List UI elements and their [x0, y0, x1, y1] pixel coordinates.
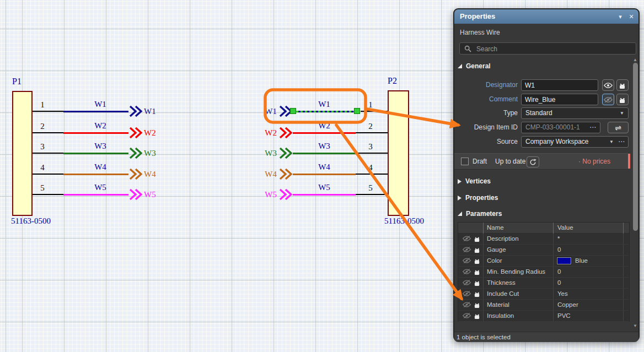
lock-icon[interactable] [474, 301, 480, 308]
visibility-off-icon[interactable] [463, 312, 471, 319]
designator-lock-button[interactable] [616, 79, 629, 91]
lock-icon[interactable] [474, 257, 480, 264]
visibility-off-icon[interactable] [463, 268, 471, 275]
wire-net-label[interactable]: W1 [86, 100, 115, 109]
wire-net-label[interactable]: W5 [310, 183, 339, 192]
harness-entry-chevron-icon[interactable] [128, 188, 143, 203]
panel-header[interactable]: Properties ▾ ✕ [454, 9, 638, 24]
search-input[interactable] [475, 44, 632, 55]
wire-segment[interactable] [33, 111, 63, 112]
harness-entry-label[interactable]: W5 [144, 189, 156, 200]
comment-lock-button[interactable] [616, 94, 629, 105]
parameter-row[interactable]: Include CutYes [458, 289, 629, 300]
wire-net-label[interactable]: W5 [86, 183, 115, 192]
lock-icon[interactable] [474, 279, 480, 286]
wire-segment[interactable] [356, 153, 388, 154]
designator-visibility-button[interactable] [602, 79, 614, 91]
visibility-off-icon[interactable] [463, 235, 471, 242]
wire-net-label[interactable]: W1 [310, 100, 339, 109]
harness-entry-label[interactable]: W5 [258, 189, 277, 200]
harness-entry-chevron-icon[interactable] [278, 168, 293, 182]
connector-box[interactable] [388, 90, 409, 216]
color-swatch[interactable] [557, 257, 571, 264]
wire-segment[interactable] [63, 194, 128, 196]
parameter-row[interactable]: Description* [458, 234, 629, 245]
wire-segment[interactable] [33, 174, 63, 175]
comment-visibility-button[interactable] [602, 94, 614, 105]
wire-net-label[interactable]: W3 [86, 142, 115, 151]
wire-segment[interactable] [63, 153, 128, 154]
more-icon[interactable]: ⋯ [618, 137, 625, 147]
parameter-row[interactable]: ColorBlue [458, 256, 629, 267]
parameter-row[interactable]: MaterialCopper [458, 300, 629, 311]
visibility-off-icon[interactable] [463, 257, 471, 264]
lock-icon[interactable] [474, 246, 480, 253]
column-header-value[interactable]: Value [557, 223, 573, 233]
draft-checkbox[interactable] [461, 158, 469, 165]
parameter-row[interactable]: InsulationPVC [458, 311, 629, 322]
scrollbar-thumb[interactable] [633, 63, 638, 231]
connector-part-number[interactable]: 51163-0500 [11, 216, 51, 226]
harness-entry-label[interactable]: W3 [258, 148, 277, 159]
wire-net-label[interactable]: W4 [310, 163, 339, 172]
wire-segment[interactable] [356, 174, 388, 175]
harness-entry-label[interactable]: W1 [144, 106, 156, 117]
harness-entry-chevron-icon[interactable] [278, 147, 293, 161]
wire-segment[interactable] [33, 153, 63, 154]
lock-icon[interactable] [474, 312, 480, 319]
harness-entry-label[interactable]: W3 [144, 148, 156, 159]
wire-segment[interactable] [356, 194, 388, 195]
wire-segment[interactable] [63, 111, 128, 112]
more-icon[interactable]: ⋯ [589, 122, 597, 133]
wire-segment[interactable] [293, 153, 356, 154]
wire-segment[interactable] [33, 132, 63, 133]
wire-segment[interactable] [293, 132, 356, 134]
wire-segment[interactable] [361, 111, 388, 112]
parameter-row[interactable]: Thickness0 [458, 278, 629, 289]
section-parameters[interactable]: Parameters [458, 210, 502, 218]
search-box[interactable] [459, 42, 636, 55]
visibility-off-icon[interactable] [463, 301, 471, 308]
connector-part-number[interactable]: 51163-0500 [384, 216, 424, 226]
wire-net-label[interactable]: W3 [310, 142, 339, 151]
connector-box[interactable] [12, 91, 33, 216]
parameter-row[interactable]: Gauge0 [458, 245, 629, 256]
wire-segment[interactable] [293, 194, 356, 196]
wire-net-label[interactable]: W2 [310, 121, 339, 131]
harness-entry-chevron-icon[interactable] [128, 147, 143, 161]
harness-entry-chevron-icon[interactable] [128, 105, 143, 120]
visibility-off-icon[interactable] [463, 246, 471, 253]
close-icon[interactable]: ✕ [626, 9, 636, 24]
harness-entry-chevron-icon[interactable] [128, 168, 143, 182]
wire-segment[interactable] [33, 194, 63, 195]
section-general[interactable]: General [458, 62, 491, 70]
refresh-button[interactable] [527, 156, 539, 167]
harness-entry-label[interactable]: W4 [258, 169, 277, 180]
section-properties[interactable]: Properties [458, 194, 498, 202]
selection-handle[interactable] [290, 108, 296, 114]
source-dropdown[interactable]: Company Workspace ▼ ⋯ [521, 136, 629, 148]
lock-icon[interactable] [474, 235, 480, 242]
connector-designator[interactable]: P2 [388, 76, 397, 86]
wire-segment[interactable] [293, 174, 356, 175]
selection-handle[interactable] [354, 108, 360, 114]
connector-designator[interactable]: P1 [12, 77, 22, 86]
lock-icon[interactable] [474, 268, 480, 275]
harness-entry-chevron-icon[interactable] [278, 127, 293, 141]
section-vertices[interactable]: Vertices [458, 177, 491, 185]
type-dropdown[interactable]: Standard ▼ [521, 107, 629, 119]
harness-entry-chevron-icon[interactable] [278, 188, 293, 203]
column-header-name[interactable]: Name [487, 223, 504, 233]
parameter-row[interactable]: Min. Bending Radius0 [458, 267, 629, 278]
harness-entry-label[interactable]: W2 [258, 127, 277, 138]
comment-input[interactable] [521, 94, 598, 105]
wire-segment[interactable] [356, 132, 388, 133]
harness-entry-label[interactable]: W4 [144, 169, 156, 180]
designator-input[interactable] [521, 79, 598, 91]
wire-net-label[interactable]: W2 [86, 121, 115, 131]
visibility-off-icon[interactable] [463, 279, 471, 286]
choose-component-button[interactable]: ⇌ [608, 122, 629, 133]
harness-entry-label[interactable]: W1 [258, 106, 277, 117]
lock-icon[interactable] [474, 290, 480, 297]
design-item-id-field[interactable]: CMP-033-00001-1 ⋯ [521, 122, 600, 133]
